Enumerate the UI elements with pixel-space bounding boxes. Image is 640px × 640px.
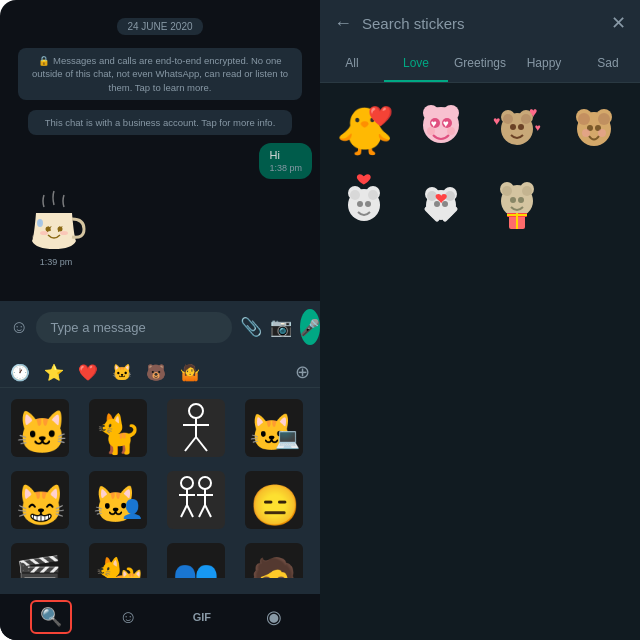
svg-point-76 [582, 129, 590, 137]
svg-text:🎬: 🎬 [15, 553, 63, 578]
emoji-icon-btn[interactable]: ☺ [111, 603, 145, 632]
svg-point-83 [357, 201, 363, 207]
svg-point-62 [503, 114, 513, 124]
starred-tab[interactable]: ⭐ [44, 363, 64, 382]
date-badge: 24 JUNE 2020 [8, 16, 312, 34]
sticker-stick-two[interactable] [162, 466, 230, 534]
svg-text:🐱: 🐱 [119, 568, 144, 578]
sticker-cat-dark[interactable]: 🐱 👤 [84, 466, 152, 534]
svg-text:🐱: 🐱 [16, 408, 69, 457]
tab-greetings[interactable]: Greetings [448, 46, 512, 82]
category-tabs: All Love Greetings Happy Sad [320, 46, 640, 83]
sticker-grid: 🐱 🐈 [0, 388, 320, 578]
svg-point-57 [427, 127, 435, 135]
sticker-time: 1:39 pm [16, 257, 96, 267]
sticker-cat-sitting[interactable]: 🐈 [84, 394, 152, 462]
svg-text:😸: 😸 [16, 481, 66, 529]
love-sticker-1[interactable]: 🐥 ❤️ [330, 93, 398, 161]
person-tab[interactable]: 🤷 [180, 363, 200, 382]
svg-text:❤️: ❤️ [368, 104, 393, 128]
love-sticker-6[interactable] [407, 167, 475, 235]
svg-point-98 [522, 186, 532, 196]
sticker-picker: 🕐 ⭐ ❤️ 🐱 🐻 🤷 ⊕ 🐱 🐈 [0, 353, 320, 593]
camera-button[interactable]: 📷 [270, 316, 292, 338]
cup-sticker-svg: ✗ ✗ [16, 185, 96, 255]
sticker-cat-orange[interactable]: 🐱 [6, 394, 74, 462]
svg-point-99 [510, 197, 516, 203]
business-notice[interactable]: This chat is with a business account. Ta… [28, 110, 292, 135]
tab-love[interactable]: Love [384, 46, 448, 82]
sticker-cat-scared[interactable]: 😸 [6, 466, 74, 534]
svg-text:♥: ♥ [535, 122, 541, 133]
input-area: ☺ 📎 📷 🎤 [0, 301, 320, 353]
bear-tab[interactable]: 🐻 [146, 363, 166, 382]
svg-point-77 [598, 129, 606, 137]
svg-text:♥: ♥ [529, 104, 537, 120]
svg-text:👥: 👥 [172, 555, 220, 578]
gif-icon-btn[interactable]: GIF [185, 607, 219, 627]
love-sticker-5[interactable] [330, 167, 398, 235]
close-button[interactable]: ✕ [611, 12, 626, 34]
sticker-people[interactable]: 👥 [162, 538, 230, 578]
svg-text:😑: 😑 [250, 481, 300, 529]
svg-text:🐈: 🐈 [94, 411, 142, 457]
svg-text:💻: 💻 [275, 426, 300, 450]
sticker-icon-btn[interactable]: ◉ [258, 602, 290, 632]
sticker-bubble: ✗ ✗ 1:39 pm [16, 185, 96, 267]
sticker-person[interactable]: 🧑 [240, 538, 308, 578]
tab-all[interactable]: All [320, 46, 384, 82]
svg-text:♥: ♥ [443, 118, 449, 129]
sticker-cat-desk[interactable]: 🐱 💻 [240, 394, 308, 462]
search-sticker-grid: 🐥 ❤️ ♥ ♥ [320, 83, 640, 640]
svg-point-84 [365, 201, 371, 207]
tab-sad[interactable]: Sad [576, 46, 640, 82]
svg-rect-26 [167, 471, 225, 529]
message-input[interactable] [36, 312, 232, 343]
svg-point-73 [598, 113, 610, 125]
mic-button[interactable]: 🎤 [300, 309, 320, 345]
love-sticker-2[interactable]: ♥ ♥ [407, 93, 475, 161]
sent-bubble: Hi 1:38 pm [259, 143, 312, 179]
svg-text:🧑: 🧑 [250, 555, 298, 578]
svg-point-100 [518, 197, 524, 203]
svg-text:✗: ✗ [57, 225, 64, 234]
encryption-notice[interactable]: 🔒 Messages and calls are end-to-end encr… [18, 48, 302, 100]
svg-point-90 [434, 201, 440, 207]
love-sticker-3[interactable]: ♥ ♥ ♥ [483, 93, 551, 161]
svg-text:✗: ✗ [46, 225, 53, 234]
search-header: ← ✕ [320, 0, 640, 46]
chat-messages: 24 JUNE 2020 🔒 Messages and calls are en… [0, 0, 320, 301]
svg-text:👤: 👤 [121, 498, 144, 520]
sticker-cat-combo[interactable]: 🐈 🐱 [84, 538, 152, 578]
svg-point-97 [502, 186, 512, 196]
svg-point-58 [447, 127, 455, 135]
picker-tabs: 🕐 ⭐ ❤️ 🐱 🐻 🤷 ⊕ [0, 353, 320, 388]
svg-point-88 [427, 191, 437, 201]
svg-point-65 [518, 124, 524, 130]
bottom-bar: 🔍 ☺ GIF ◉ [0, 593, 320, 640]
search-icon-btn[interactable]: 🔍 [30, 600, 72, 634]
tab-happy[interactable]: Happy [512, 46, 576, 82]
heart-tab[interactable]: ❤️ [78, 363, 98, 382]
sticker-search-panel: ← ✕ All Love Greetings Happy Sad 🐥 ❤️ [320, 0, 640, 640]
svg-point-91 [442, 201, 448, 207]
love-sticker-4[interactable] [560, 93, 628, 161]
sticker-movie[interactable]: 🎬 [6, 538, 74, 578]
svg-point-81 [350, 190, 360, 200]
svg-point-64 [510, 124, 516, 130]
svg-point-82 [368, 190, 378, 200]
cat-tab[interactable]: 🐱 [112, 363, 132, 382]
love-sticker-7[interactable] [483, 167, 551, 235]
chat-panel: 24 JUNE 2020 🔒 Messages and calls are en… [0, 0, 320, 640]
emoji-button[interactable]: ☺ [10, 317, 28, 338]
sticker-face[interactable]: 😑 [240, 466, 308, 534]
svg-text:♥: ♥ [493, 114, 500, 128]
recent-tab[interactable]: 🕐 [10, 363, 30, 382]
svg-point-72 [578, 113, 590, 125]
back-button[interactable]: ← [334, 13, 352, 34]
sticker-stick-figure[interactable] [162, 394, 230, 462]
attach-button[interactable]: 📎 [240, 316, 262, 338]
search-stickers-input[interactable] [362, 15, 601, 32]
add-sticker-tab[interactable]: ⊕ [295, 361, 310, 383]
